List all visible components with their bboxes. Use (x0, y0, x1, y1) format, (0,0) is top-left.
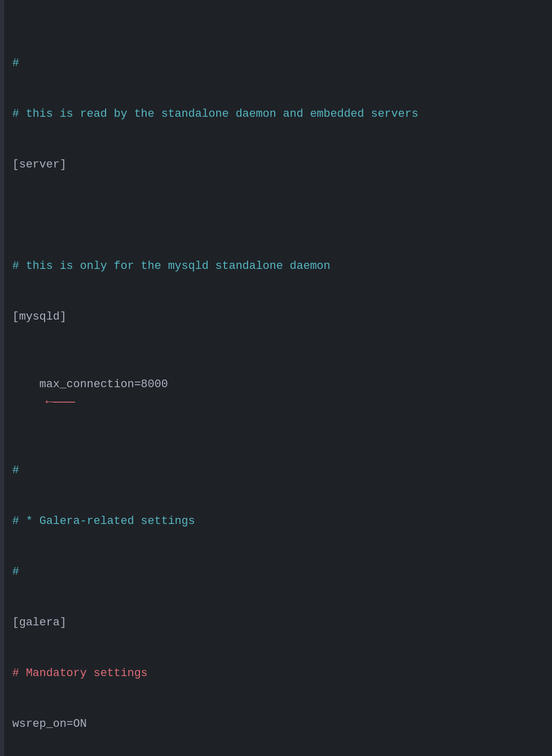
line-galera-related: # * Galera-related settings (12, 513, 552, 530)
line-comment-mysqld: # this is only for the mysqld standalone… (12, 258, 552, 275)
terminal-content: # # this is read by the standalone daemo… (8, 4, 552, 756)
line-mandatory: # Mandatory settings (12, 665, 552, 682)
line-hash3: # (12, 563, 552, 580)
line-server: [server] (12, 156, 552, 173)
max-connection-text: max_connection=8000 (39, 378, 168, 391)
line-max-connection: max_connection=8000 ←——— (12, 359, 552, 428)
left-bar (0, 0, 4, 756)
line-mysqld: [mysqld] (12, 308, 552, 325)
line-galera: [galera] (12, 614, 552, 631)
red-arrow: ←——— (46, 395, 75, 409)
line-blank1 (12, 207, 552, 224)
line-hash2: # (12, 462, 552, 479)
line-standalone: # this is read by the standalone daemon … (12, 106, 552, 122)
line-hash1: # (12, 55, 552, 72)
line-wsrep-on: wsrep_on=ON (12, 716, 552, 732)
